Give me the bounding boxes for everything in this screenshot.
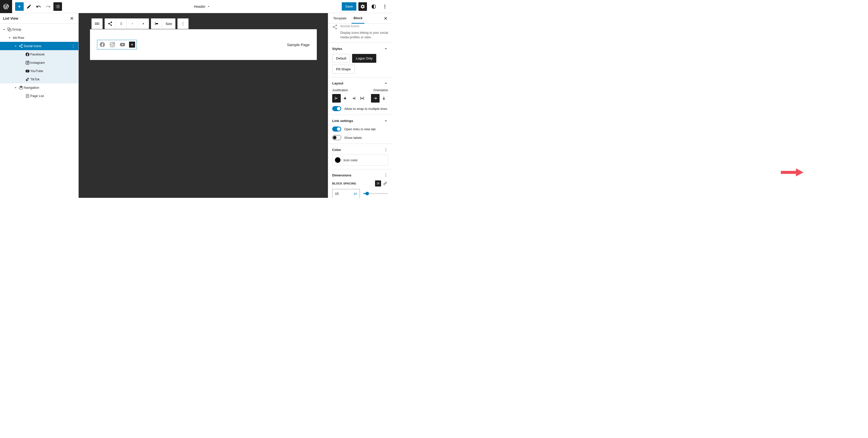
instagram-icon [25,61,30,65]
tree-item-instagram[interactable]: Instagram [0,59,79,67]
tab-block[interactable]: Block [351,13,365,24]
svg-point-33 [385,175,386,176]
new-tab-toggle[interactable] [332,126,341,131]
size-button[interactable]: Size [162,19,176,29]
styles-button[interactable] [370,2,378,11]
more-vertical-icon[interactable] [383,173,388,178]
tree-item-facebook[interactable]: Facebook [0,50,79,59]
block-type-button[interactable] [104,19,116,29]
style-logos-only[interactable]: Logos Only [352,54,376,63]
justify-left[interactable] [332,94,341,102]
contrast-icon [371,4,376,9]
orientation-vertical[interactable] [379,94,388,102]
tree-item-social-icons[interactable]: Social Icons [0,42,79,50]
save-button[interactable]: Save [342,2,356,10]
list-view-icon [55,4,60,9]
svg-rect-16 [97,23,99,25]
tree-item-youtube[interactable]: YouTube [0,67,79,75]
editor-canvas[interactable]: Size Sample Page [79,13,328,198]
redo-button[interactable] [44,2,53,11]
spacing-unit[interactable]: px [354,192,357,195]
more-vertical-icon [71,44,75,48]
svg-point-0 [384,4,385,5]
justify-center[interactable] [341,94,349,102]
svg-point-29 [385,148,386,149]
wrap-toggle[interactable] [332,106,341,111]
share-icon [19,44,23,49]
orientation-horizontal[interactable] [371,94,379,102]
svg-point-11 [27,62,28,63]
justify-right-icon [351,96,356,100]
justify-right[interactable] [349,94,358,102]
close-settings-button[interactable] [382,15,389,22]
spacing-value[interactable] [335,192,345,195]
move-right-button[interactable] [138,19,149,29]
color-header: Color [332,148,388,152]
svg-rect-6 [16,37,17,38]
row-icon [94,21,99,26]
settings-button[interactable] [359,2,367,11]
tree-item-group[interactable]: Group [0,25,79,33]
tab-template[interactable]: Template [331,13,348,23]
tree-item-navigation[interactable]: Navigation [0,84,79,92]
tree-item-row[interactable]: Row [0,33,79,42]
youtube-icon [25,69,30,73]
list-view-button[interactable] [54,2,62,11]
drag-icon [119,22,123,26]
sliders-icon [376,182,380,185]
header-template[interactable]: Sample Page [90,29,317,60]
block-spacing-slider[interactable] [364,193,388,194]
instagram-icon[interactable] [109,41,116,48]
tree-item-page-list[interactable]: Page List [0,92,79,100]
slider-thumb[interactable] [366,192,369,195]
add-social-icon-button[interactable] [129,41,135,48]
facebook-icon [25,52,30,57]
link-settings-header[interactable]: Link settings [332,119,388,123]
redo-icon [45,4,51,9]
document-title-area[interactable]: Header [62,4,342,8]
move-left-button[interactable] [127,19,138,29]
justify-space-between[interactable] [358,94,367,102]
social-icons-block[interactable] [97,40,137,50]
options-button[interactable] [380,2,389,11]
list-view-panel: List View Group Row Social Icons [0,13,79,198]
parent-block-button[interactable] [92,19,102,29]
icon-color-control[interactable]: Icon color [332,155,388,165]
youtube-icon[interactable] [119,41,126,48]
show-labels-toggle[interactable] [332,135,341,140]
more-vertical-icon[interactable] [383,148,388,152]
nav-link-sample-page[interactable]: Sample Page [287,42,310,47]
dimensions-header: Dimensions [332,173,388,178]
gear-icon [360,4,365,9]
undo-button[interactable] [34,2,43,11]
svg-point-25 [183,25,183,25]
block-spacing-label: Block Spacing [332,182,356,185]
tree-item-tiktok[interactable]: TikTok [0,75,79,84]
align-button[interactable] [151,19,162,29]
drag-handle[interactable] [116,19,127,29]
close-list-view-button[interactable] [69,15,75,22]
tree-item-options[interactable] [70,44,76,48]
chevron-up-icon [383,46,388,51]
align-left-icon [154,22,159,26]
edit-mode-button[interactable] [25,2,33,11]
styles-header[interactable]: Styles [332,46,388,51]
block-options-button[interactable] [178,19,188,29]
svg-point-31 [385,151,386,151]
wordpress-logo[interactable] [0,0,12,13]
style-default[interactable]: Default [332,54,350,63]
wrap-label: Allow to wrap to multiple lines [344,107,388,111]
link-sides-button[interactable] [382,181,388,187]
block-spacing-input[interactable]: px [332,189,360,198]
custom-size-button[interactable] [375,181,381,187]
pencil-icon [27,4,31,9]
arrow-down-icon [381,96,386,100]
layout-header[interactable]: Layout [332,81,388,86]
facebook-icon[interactable] [99,41,106,48]
add-block-button[interactable] [15,2,24,11]
chevron-down-icon [13,86,18,90]
link-settings-section: Link settings Open links in new tab Show… [328,115,392,144]
show-labels-label: Show labels [344,136,362,139]
style-pill-shape[interactable]: Pill Shape [332,65,354,73]
dimensions-section: Dimensions Block Spacing px [328,169,392,198]
